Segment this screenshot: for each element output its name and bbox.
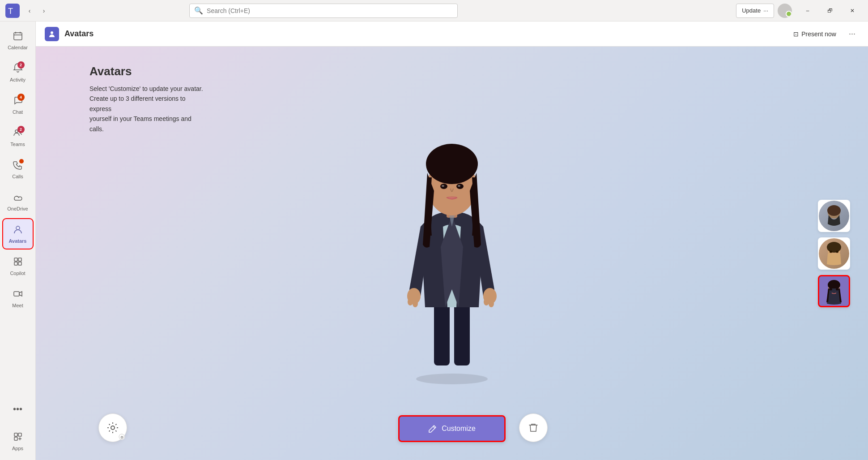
- sidebar-item-more[interactable]: •••: [3, 394, 33, 424]
- search-bar[interactable]: 🔍: [189, 4, 458, 18]
- forward-button[interactable]: ›: [38, 4, 50, 17]
- avatar1-preview: [819, 201, 849, 231]
- calendar-label: Calendar: [8, 45, 28, 50]
- avatar-thumbnail-1[interactable]: [818, 200, 850, 232]
- svg-rect-2: [14, 33, 22, 40]
- svg-point-45: [836, 250, 838, 253]
- svg-point-28: [489, 300, 494, 307]
- svg-rect-22: [454, 303, 470, 365]
- activity-icon: 2: [13, 63, 23, 75]
- svg-text:T: T: [8, 7, 13, 16]
- svg-rect-11: [14, 262, 17, 265]
- sidebar-item-calls[interactable]: Calls: [3, 154, 33, 185]
- window-controls: – 🗗 ✕: [797, 4, 863, 18]
- svg-point-36: [111, 426, 115, 430]
- title-bar-right: Update ··· – 🗗 ✕: [736, 4, 863, 18]
- sidebar: Calendar 2 Activity 4 Chat 2 Teams Calls: [0, 21, 36, 460]
- svg-rect-12: [18, 262, 21, 265]
- sidebar-item-activity[interactable]: 2 Activity: [3, 57, 33, 88]
- avatars-icon: [13, 224, 23, 236]
- app-header: Avatars ⊡ Present now ···: [36, 21, 868, 47]
- svg-point-44: [830, 250, 832, 253]
- sidebar-item-chat[interactable]: 4 Chat: [3, 90, 33, 120]
- minimize-button[interactable]: –: [797, 4, 818, 18]
- avatar-figure: [389, 119, 515, 388]
- calendar-icon: [13, 31, 23, 43]
- app-icon: [45, 27, 59, 41]
- close-button[interactable]: ✕: [842, 4, 863, 18]
- svg-rect-16: [14, 437, 17, 440]
- activity-badge: 2: [17, 61, 25, 69]
- chat-label: Chat: [13, 109, 23, 115]
- search-input[interactable]: [207, 7, 453, 14]
- settings-button[interactable]: ⚙: [98, 413, 127, 442]
- svg-point-49: [836, 288, 838, 290]
- svg-point-8: [16, 226, 20, 230]
- content-area: Avatars Select 'Customize' to update you…: [36, 47, 868, 460]
- sidebar-item-calendar[interactable]: Calendar: [3, 25, 33, 56]
- svg-point-27: [484, 298, 489, 305]
- apps-icon: [13, 432, 23, 444]
- main-area: Avatars ⊡ Present now ··· Avatars Select…: [36, 21, 868, 460]
- copilot-label: Copilot: [10, 271, 25, 276]
- sidebar-item-avatars[interactable]: Avatars: [3, 219, 33, 249]
- svg-line-39: [433, 426, 435, 428]
- svg-point-34: [442, 185, 444, 187]
- title-bar-left: T: [5, 4, 20, 18]
- sidebar-item-apps[interactable]: Apps: [3, 426, 33, 456]
- teams-icon: 2: [13, 128, 23, 140]
- present-now-button[interactable]: ⊡ Present now: [790, 29, 840, 39]
- customize-button[interactable]: Customize: [398, 415, 506, 442]
- svg-point-24: [408, 298, 413, 305]
- svg-rect-13: [14, 292, 19, 296]
- avatar-thumbnails: [818, 200, 850, 307]
- back-button[interactable]: ‹: [23, 4, 36, 17]
- user-avatar[interactable]: [778, 4, 792, 18]
- header-more-button[interactable]: ···: [845, 27, 859, 40]
- svg-rect-9: [14, 258, 17, 261]
- chat-icon: 4: [13, 95, 23, 107]
- copilot-icon: [13, 257, 23, 269]
- meet-icon: [13, 289, 23, 301]
- svg-point-48: [830, 288, 832, 290]
- svg-point-35: [458, 185, 460, 187]
- svg-rect-21: [434, 303, 450, 365]
- more-icon: •••: [9, 400, 26, 418]
- calls-icon: [13, 160, 23, 172]
- header-right: ⊡ Present now ···: [790, 27, 859, 40]
- svg-text:⚙: ⚙: [120, 435, 123, 439]
- svg-point-47: [828, 280, 840, 290]
- update-button[interactable]: Update ···: [736, 4, 774, 18]
- calls-badge: [19, 159, 24, 163]
- sidebar-item-meet[interactable]: Meet: [3, 283, 33, 314]
- avatars-label: Avatars: [9, 238, 27, 244]
- svg-rect-14: [14, 433, 17, 436]
- svg-point-31: [426, 144, 478, 184]
- teams-logo-icon: T: [5, 4, 20, 18]
- delete-button[interactable]: [519, 413, 548, 442]
- calls-label: Calls: [12, 174, 23, 179]
- sidebar-item-onedrive[interactable]: OneDrive: [3, 186, 33, 217]
- avatar3-preview: [819, 276, 849, 306]
- teams-badge: 2: [17, 126, 25, 133]
- apps-label: Apps: [12, 446, 23, 451]
- search-icon: 🔍: [194, 6, 203, 15]
- avatar-thumbnail-3[interactable]: [818, 275, 850, 307]
- avatar2-preview: [819, 238, 849, 269]
- svg-point-25: [413, 300, 418, 307]
- maximize-button[interactable]: 🗗: [820, 4, 840, 18]
- teams-label: Teams: [10, 142, 25, 147]
- sidebar-item-teams[interactable]: 2 Teams: [3, 122, 33, 152]
- main-avatar-container: [36, 47, 868, 460]
- title-bar: T ‹ › 🔍 Update ··· – 🗗 ✕: [0, 0, 868, 21]
- avatar-thumbnail-2[interactable]: [818, 237, 850, 270]
- activity-label: Activity: [10, 77, 26, 82]
- svg-rect-10: [18, 258, 21, 261]
- nav-arrows: ‹ ›: [23, 4, 50, 17]
- svg-point-41: [827, 205, 841, 216]
- meet-label: Meet: [12, 303, 23, 308]
- svg-point-19: [51, 31, 53, 34]
- svg-point-20: [416, 374, 488, 384]
- sidebar-item-copilot[interactable]: Copilot: [3, 251, 33, 281]
- update-more-icon: ···: [763, 7, 768, 14]
